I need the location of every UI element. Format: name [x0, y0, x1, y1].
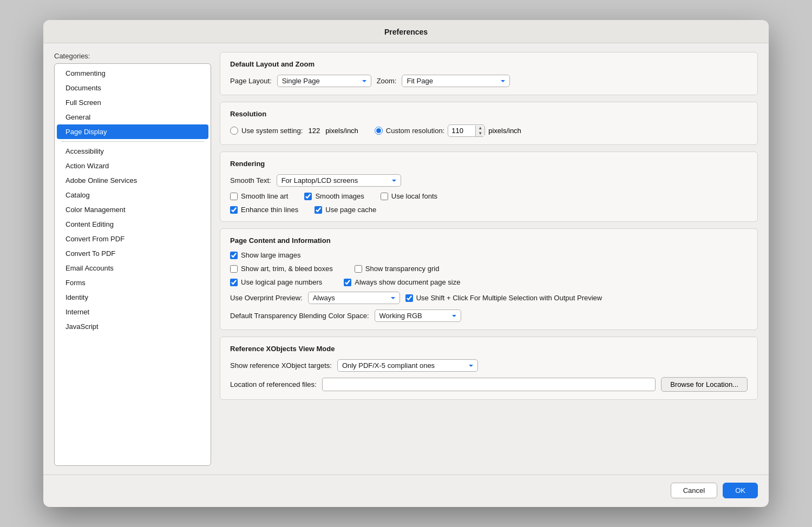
smooth-text-label: Smooth Text: — [230, 176, 271, 185]
show-art-trim-checkbox[interactable] — [230, 265, 238, 273]
smooth-images-label: Smooth images — [315, 192, 364, 200]
transparency-blending-row: Default Transparency Blending Color Spac… — [230, 309, 748, 322]
show-transparency-label: Show transparency grid — [365, 265, 440, 273]
titlebar: Preferences — [43, 20, 769, 43]
show-reference-label: Show reference XObject targets: — [230, 361, 332, 370]
overprint-select[interactable]: AlwaysOnly for PDF/X filesNeverAutomatic — [308, 292, 400, 304]
smooth-images-checkbox[interactable] — [304, 193, 312, 200]
show-large-images-row: Show large images — [230, 251, 748, 259]
custom-radio-group: Custom resolution: ▲ ▼ pixels/inch — [375, 124, 521, 137]
smooth-line-art-checkbox[interactable] — [230, 193, 238, 200]
custom-resolution-field[interactable] — [448, 125, 475, 136]
section-xobjects-title: Reference XObjects View Mode — [230, 345, 748, 353]
cancel-button[interactable]: Cancel — [671, 483, 717, 498]
smooth-text-select[interactable]: For Laptop/LCD screensNoneFor Desktop Mo… — [277, 174, 401, 187]
show-large-images-label: Show large images — [241, 251, 301, 259]
location-input[interactable] — [322, 378, 656, 391]
smooth-images-group: Smooth images — [304, 192, 364, 200]
browse-button[interactable]: Browse for Location... — [661, 377, 748, 392]
dialog-title: Preferences — [43, 28, 769, 36]
page-layout-select[interactable]: Single PageSingle Page ContinuousTwo-UpT… — [277, 75, 371, 87]
ok-button[interactable]: OK — [723, 483, 758, 498]
enhance-thin-lines-checkbox[interactable] — [230, 206, 238, 214]
enhance-thin-lines-label: Enhance thin lines — [241, 206, 298, 214]
zoom-label: Zoom: — [377, 77, 397, 85]
dialog-body: Categories: CommentingDocumentsFull Scre… — [43, 43, 769, 475]
shift-click-checkbox[interactable] — [405, 294, 413, 302]
bottom-buttons: Cancel OK — [43, 475, 769, 507]
use-page-cache-group: Use page cache — [315, 206, 376, 214]
category-item[interactable]: Catalog — [57, 188, 208, 202]
shift-click-label: Use Shift + Click For Multiple Selection… — [416, 294, 603, 302]
section-layout-title: Default Layout and Zoom — [230, 60, 748, 68]
smooth-text-row: Smooth Text: For Laptop/LCD screensNoneF… — [230, 174, 748, 187]
system-radio[interactable] — [230, 127, 238, 135]
use-logical-checkbox[interactable] — [230, 279, 238, 286]
left-panel: Categories: CommentingDocumentsFull Scre… — [54, 52, 211, 466]
category-item[interactable]: General — [57, 110, 208, 124]
transparency-blending-select[interactable]: Working RGBWorking CMYKDocument CMYK — [375, 309, 461, 322]
always-show-checkbox[interactable] — [344, 279, 351, 286]
section-resolution: Resolution Use system setting: 122 pixel… — [220, 102, 758, 145]
smooth-line-art-label: Smooth line art — [241, 192, 288, 200]
enhance-thin-lines-group: Enhance thin lines — [230, 206, 298, 214]
categories-list[interactable]: CommentingDocumentsFull ScreenGeneralPag… — [54, 63, 211, 466]
art-trim-row: Show art, trim, & bleed boxes Show trans… — [230, 265, 748, 273]
preferences-dialog: Preferences Categories: CommentingDocume… — [43, 20, 769, 507]
system-value: 122 — [308, 127, 320, 135]
category-item[interactable]: Color Management — [57, 202, 208, 217]
category-item[interactable]: JavaScript — [57, 319, 208, 334]
category-item[interactable]: Identity — [57, 290, 208, 305]
custom-radio[interactable] — [375, 127, 383, 135]
rendering-checkboxes-row1: Smooth line art Smooth images Use local … — [230, 192, 748, 200]
category-item[interactable]: Internet — [57, 305, 208, 319]
location-label: Location of referenced files: — [230, 380, 317, 388]
use-logical-group: Use logical page numbers — [230, 278, 322, 286]
rendering-checkboxes-row2: Enhance thin lines Use page cache — [230, 206, 748, 214]
category-item[interactable]: Adobe Online Services — [57, 173, 208, 188]
spinner-down[interactable]: ▼ — [476, 131, 484, 136]
system-unit: pixels/inch — [325, 127, 358, 135]
categories-label: Categories: — [54, 52, 211, 60]
custom-unit: pixels/inch — [488, 127, 521, 135]
show-art-trim-label: Show art, trim, & bleed boxes — [241, 265, 333, 273]
smooth-line-art-group: Smooth line art — [230, 192, 288, 200]
zoom-select[interactable]: Fit PageFit WidthFit HeightActual Size25… — [402, 75, 510, 87]
use-page-cache-label: Use page cache — [325, 206, 376, 214]
use-overprint-label: Use Overprint Preview: — [230, 294, 303, 302]
right-panel: Default Layout and Zoom Page Layout: Sin… — [220, 52, 758, 466]
custom-resolution-input[interactable]: ▲ ▼ — [448, 124, 485, 137]
show-reference-select[interactable]: Only PDF/X-5 compliant onesAllNone — [337, 359, 478, 372]
transparency-blending-label: Default Transparency Blending Color Spac… — [230, 312, 369, 320]
category-item[interactable]: Accessibility — [57, 144, 208, 159]
category-item[interactable]: Content Editing — [57, 217, 208, 232]
category-item[interactable]: Action Wizard — [57, 159, 208, 173]
always-show-group: Always show document page size — [344, 278, 460, 286]
section-layout: Default Layout and Zoom Page Layout: Sin… — [220, 52, 758, 95]
section-rendering-title: Rendering — [230, 160, 748, 168]
use-local-fonts-label: Use local fonts — [391, 192, 437, 200]
use-local-fonts-checkbox[interactable] — [381, 193, 388, 200]
layout-row: Page Layout: Single PageSingle Page Cont… — [230, 75, 748, 87]
always-show-label: Always show document page size — [355, 278, 460, 286]
spinner-up[interactable]: ▲ — [476, 126, 484, 131]
category-item[interactable]: Documents — [57, 81, 208, 95]
section-page-content-title: Page Content and Information — [230, 236, 748, 245]
category-item[interactable]: Forms — [57, 275, 208, 290]
category-item[interactable]: Convert To PDF — [57, 246, 208, 261]
page-layout-label: Page Layout: — [230, 77, 272, 85]
category-item[interactable]: Email Accounts — [57, 261, 208, 275]
system-setting-label: Use system setting: — [241, 127, 303, 135]
show-large-images-checkbox[interactable] — [230, 252, 238, 259]
show-large-images-group: Show large images — [230, 251, 301, 259]
resolution-row: Use system setting: 122 pixels/inch Cust… — [230, 124, 748, 137]
show-art-trim-group: Show art, trim, & bleed boxes — [230, 265, 333, 273]
show-transparency-group: Show transparency grid — [355, 265, 440, 273]
category-item[interactable]: Full Screen — [57, 95, 208, 110]
show-transparency-checkbox[interactable] — [355, 265, 362, 273]
category-item[interactable]: Convert From PDF — [57, 232, 208, 246]
section-page-content: Page Content and Information Show large … — [220, 228, 758, 330]
category-item[interactable]: Page Display — [57, 124, 208, 139]
category-item[interactable]: Commenting — [57, 66, 208, 81]
use-page-cache-checkbox[interactable] — [315, 206, 322, 214]
